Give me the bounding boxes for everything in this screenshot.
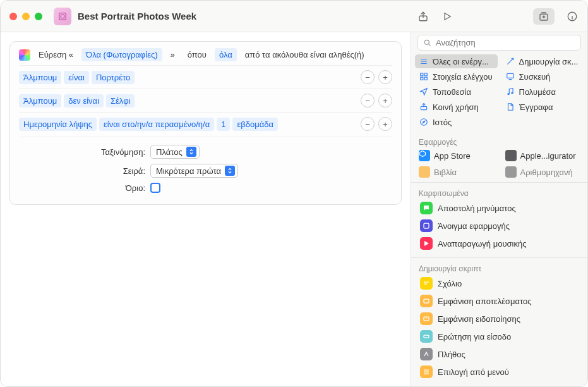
app-label: Αριθμομηχανή xyxy=(520,168,573,177)
action-header: Εύρεση « Όλα (Φωτογραφίες) » όπου όλα απ… xyxy=(19,48,392,65)
titlebar: Best Portrait Photos Week xyxy=(1,1,587,32)
rule-op-token[interactable]: είναι στο/ην/α περασμένο/η/α xyxy=(99,118,214,131)
rule-value-token[interactable]: Σέλφι xyxy=(106,94,135,108)
sort-label: Ταξινόμηση: xyxy=(19,147,145,157)
remove-rule-button[interactable]: − xyxy=(361,70,375,84)
order-select[interactable]: Μικρότερα πρώτα xyxy=(150,164,238,178)
messages-icon xyxy=(420,202,433,214)
order-label: Σειρά: xyxy=(19,166,145,176)
minimize-window-button[interactable] xyxy=(22,13,30,20)
category-web[interactable]: Ιστός xyxy=(415,115,498,129)
add-rule-button[interactable]: + xyxy=(378,94,392,108)
location-icon xyxy=(419,87,429,97)
quantifier-token[interactable]: όλα xyxy=(215,48,237,61)
apps-section-header: Εφαρμογές xyxy=(411,134,587,148)
apps-grid: App Store Apple...igurator Βιβλία Αριθμο… xyxy=(411,148,587,181)
rule-value-token[interactable]: Πορτρέτο xyxy=(92,71,135,84)
grid-icon xyxy=(419,71,429,82)
sort-select[interactable]: Πλάτος xyxy=(150,145,200,159)
open-app-icon xyxy=(420,219,433,232)
svg-rect-1 xyxy=(61,15,64,18)
find-photos-action[interactable]: Εύρεση « Όλα (Φωτογραφίες) » όπου όλα απ… xyxy=(9,41,402,205)
library-sidebar: Όλες οι ενέργ... Δημιουργία σκ... Στοιχε… xyxy=(411,32,587,386)
category-device[interactable]: Συσκευή xyxy=(501,70,584,83)
script-item[interactable]: Σχόλιο xyxy=(415,274,584,292)
svg-rect-9 xyxy=(424,77,427,80)
script-item[interactable]: Επιλογή από μενού xyxy=(415,363,584,381)
svg-rect-7 xyxy=(424,73,427,76)
script-label: Πλήθος xyxy=(438,350,465,359)
arrow-text: » xyxy=(166,48,179,61)
svg-rect-16 xyxy=(424,299,429,303)
svg-rect-8 xyxy=(421,77,423,80)
editor-area: Εύρεση « Όλα (Φωτογραφίες) » όπου όλα απ… xyxy=(1,32,411,386)
script-item[interactable]: Πλήθος xyxy=(415,345,584,363)
rule-field-token[interactable]: Άλμπουμ xyxy=(19,94,61,108)
rule-number-token[interactable]: 1 xyxy=(217,118,230,131)
find-prefix-text: Εύρεση « xyxy=(34,48,78,61)
category-all-actions[interactable]: Όλες οι ενέργ... xyxy=(415,54,498,68)
category-sharing[interactable]: Κοινή χρήση xyxy=(415,100,498,114)
app-item[interactable]: Apple...igurator xyxy=(501,148,584,163)
app-item[interactable]: App Store xyxy=(415,148,498,163)
rule-op-token[interactable]: δεν είναι xyxy=(64,94,104,108)
list-icon xyxy=(419,56,429,66)
run-icon[interactable] xyxy=(441,10,453,23)
app-item[interactable]: Βιβλία xyxy=(415,164,498,180)
script-label: Εμφάνιση ειδοποίησης xyxy=(438,314,520,324)
music-note-icon xyxy=(505,87,515,97)
category-documents[interactable]: Έγγραφα xyxy=(501,100,584,114)
safari-icon xyxy=(419,117,429,127)
remove-rule-button[interactable]: − xyxy=(361,94,375,108)
rule-unit-token[interactable]: εβδομάδα xyxy=(232,118,278,131)
add-rule-button[interactable]: + xyxy=(378,70,392,84)
pinned-item[interactable]: Άνοιγμα εφαρμογής xyxy=(415,217,584,235)
info-icon[interactable] xyxy=(566,10,579,23)
add-rule-button[interactable]: + xyxy=(378,117,392,131)
category-label: Δημιουργία σκ... xyxy=(519,57,579,66)
order-value: Μικρότερα πρώτα xyxy=(156,166,221,176)
category-label: Πολυμέσα xyxy=(519,87,556,97)
sort-row: Ταξινόμηση: Πλάτος xyxy=(19,142,392,161)
photos-app-icon xyxy=(19,49,30,61)
chevron-updown-icon xyxy=(186,147,196,157)
svg-point-14 xyxy=(421,119,428,126)
rule-field-token[interactable]: Ημερομηνία λήψης xyxy=(19,118,97,131)
share-icon xyxy=(419,102,429,112)
document-icon xyxy=(505,102,515,112)
search-icon xyxy=(423,39,432,47)
category-controls[interactable]: Στοιχεία ελέγχου xyxy=(415,70,498,83)
share-icon[interactable] xyxy=(417,10,429,23)
pinned-item[interactable]: Αναπαραγωγή μουσικής xyxy=(415,235,584,252)
app-label: App Store xyxy=(434,151,471,161)
scope-token[interactable]: Όλα (Φωτογραφίες) xyxy=(81,48,162,61)
script-item[interactable]: Ερώτηση για είσοδο xyxy=(415,328,584,345)
search-input[interactable] xyxy=(436,38,575,47)
svg-point-5 xyxy=(424,40,429,44)
library-icon[interactable] xyxy=(533,8,555,25)
category-scripting[interactable]: Δημιουργία σκ... xyxy=(501,54,584,68)
script-item[interactable]: Εμφάνιση αποτελέσματος xyxy=(415,292,584,310)
category-label: Κοινή χρήση xyxy=(433,102,479,112)
script-item[interactable]: Εμφάνιση ειδοποίησης xyxy=(415,310,584,328)
wand-icon xyxy=(505,56,515,66)
rule-field-token[interactable]: Άλμπουμ xyxy=(19,71,61,84)
remove-rule-button[interactable]: − xyxy=(361,117,375,131)
category-location[interactable]: Τοποθεσία xyxy=(415,85,498,99)
where-text: όπου xyxy=(183,48,211,61)
rule-op-token[interactable]: είναι xyxy=(64,71,89,84)
category-media[interactable]: Πολυμέσα xyxy=(501,85,584,99)
zoom-window-button[interactable] xyxy=(35,13,42,20)
script-label: Εμφάνιση αποτελέσματος xyxy=(438,297,531,306)
search-field[interactable] xyxy=(417,35,581,51)
pinned-item[interactable]: Αποστολή μηνύματος xyxy=(415,199,584,217)
calculator-icon xyxy=(505,166,517,178)
sort-value: Πλάτος xyxy=(156,147,183,157)
app-window: Best Portrait Photos Week Εύρεση « xyxy=(1,1,587,386)
close-window-button[interactable] xyxy=(9,13,17,20)
order-row: Σειρά: Μικρότερα πρώτα xyxy=(19,161,392,180)
limit-checkbox[interactable] xyxy=(150,183,160,193)
ask-input-icon xyxy=(420,330,433,343)
app-item[interactable]: Αριθμομηχανή xyxy=(501,164,584,180)
show-alert-icon xyxy=(420,312,433,325)
